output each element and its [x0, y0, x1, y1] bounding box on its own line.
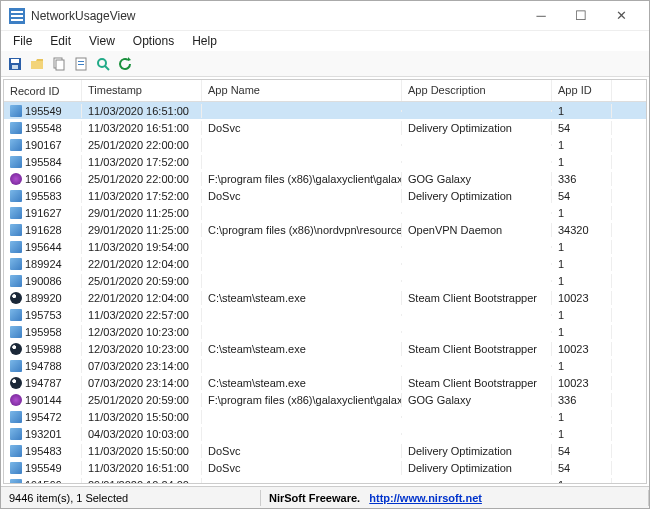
- app-icon: [9, 8, 25, 24]
- menu-file[interactable]: File: [5, 32, 40, 50]
- svg-rect-5: [11, 59, 19, 63]
- row-icon: [10, 394, 22, 406]
- cell-record-id: 195483: [25, 445, 62, 457]
- cell-app-id: 1: [552, 325, 612, 339]
- svg-marker-8: [31, 59, 43, 61]
- table-row[interactable]: 19320104/03/2020 10:03:001: [4, 425, 646, 442]
- table-row[interactable]: 19554911/03/2020 16:51:00DoSvcDelivery O…: [4, 459, 646, 476]
- menu-view[interactable]: View: [81, 32, 123, 50]
- cell-record-id: 195958: [25, 326, 62, 338]
- table-row[interactable]: 19598812/03/2020 10:23:00C:\steam\steam.…: [4, 340, 646, 357]
- col-timestamp[interactable]: Timestamp: [82, 80, 202, 101]
- table-row[interactable]: 18992022/01/2020 12:04:00C:\steam\steam.…: [4, 289, 646, 306]
- cell-app-id: 336: [552, 393, 612, 407]
- close-button[interactable]: ✕: [601, 2, 641, 30]
- table-row[interactable]: 19575311/03/2020 22:57:001: [4, 306, 646, 323]
- brand-link[interactable]: http://www.nirsoft.net: [369, 492, 482, 504]
- row-icon: [10, 360, 22, 372]
- cell-timestamp: 25/01/2020 22:00:00: [82, 138, 202, 152]
- cell-timestamp: 22/01/2020 12:04:00: [82, 291, 202, 305]
- grid-body[interactable]: 19554911/03/2020 16:51:00119554811/03/20…: [4, 102, 646, 483]
- row-icon: [10, 292, 22, 304]
- cell-timestamp: 29/01/2020 11:25:00: [82, 206, 202, 220]
- table-row[interactable]: 19016625/01/2020 22:00:00F:\program file…: [4, 170, 646, 187]
- cell-record-id: 194787: [25, 377, 62, 389]
- table-row[interactable]: 19478807/03/2020 23:14:001: [4, 357, 646, 374]
- cell-app-name: [202, 161, 402, 163]
- window-title: NetworkUsageView: [31, 9, 521, 23]
- svg-rect-6: [12, 65, 18, 69]
- table-row[interactable]: 19478707/03/2020 23:14:00C:\steam\steam.…: [4, 374, 646, 391]
- table-row[interactable]: 19547211/03/2020 15:50:001: [4, 408, 646, 425]
- minimize-button[interactable]: ─: [521, 2, 561, 30]
- maximize-button[interactable]: ☐: [561, 2, 601, 30]
- cell-record-id: 191628: [25, 224, 62, 236]
- svg-marker-16: [128, 57, 131, 61]
- table-row[interactable]: 19016725/01/2020 22:00:001: [4, 136, 646, 153]
- row-icon: [10, 190, 22, 202]
- cell-timestamp: 11/03/2020 17:52:00: [82, 189, 202, 203]
- cell-app-id: 34320: [552, 223, 612, 237]
- svg-rect-7: [31, 61, 43, 69]
- table-row[interactable]: 19014425/01/2020 20:59:00F:\program file…: [4, 391, 646, 408]
- row-icon: [10, 207, 22, 219]
- cell-app-description: [402, 314, 552, 316]
- cell-app-description: [402, 365, 552, 367]
- row-icon: [10, 122, 22, 134]
- cell-app-name: C:\steam\steam.exe: [202, 376, 402, 390]
- table-row[interactable]: 19008625/01/2020 20:59:001: [4, 272, 646, 289]
- table-row[interactable]: 19162729/01/2020 11:25:001: [4, 204, 646, 221]
- cell-record-id: 193201: [25, 428, 62, 440]
- cell-app-id: 1: [552, 410, 612, 424]
- cell-app-id: 54: [552, 444, 612, 458]
- cell-app-id: 10023: [552, 342, 612, 356]
- save-icon[interactable]: [5, 54, 25, 74]
- menu-help[interactable]: Help: [184, 32, 225, 50]
- table-row[interactable]: 19554811/03/2020 16:51:00DoSvcDelivery O…: [4, 119, 646, 136]
- cell-app-description: Delivery Optimization: [402, 189, 552, 203]
- find-icon[interactable]: [93, 54, 113, 74]
- svg-rect-13: [78, 64, 84, 65]
- cell-timestamp: 25/01/2020 22:00:00: [82, 172, 202, 186]
- cell-app-description: GOG Galaxy: [402, 393, 552, 407]
- table-row[interactable]: 19564411/03/2020 19:54:001: [4, 238, 646, 255]
- cell-timestamp: 29/01/2020 10:24:00: [82, 478, 202, 484]
- cell-app-id: 336: [552, 172, 612, 186]
- cell-record-id: 195549: [25, 462, 62, 474]
- row-icon: [10, 105, 22, 117]
- table-row[interactable]: 19162829/01/2020 11:25:00C:\program file…: [4, 221, 646, 238]
- cell-record-id: 190086: [25, 275, 62, 287]
- copy-icon[interactable]: [49, 54, 69, 74]
- open-icon[interactable]: [27, 54, 47, 74]
- col-app-id[interactable]: App ID: [552, 80, 612, 101]
- table-row[interactable]: 19548311/03/2020 15:50:00DoSvcDelivery O…: [4, 442, 646, 459]
- cell-app-description: [402, 212, 552, 214]
- cell-app-name: [202, 144, 402, 146]
- table-row[interactable]: 19156629/01/2020 10:24:001: [4, 476, 646, 483]
- refresh-icon[interactable]: [115, 54, 135, 74]
- svg-rect-3: [11, 19, 23, 21]
- cell-record-id: 195644: [25, 241, 62, 253]
- row-icon: [10, 428, 22, 440]
- cell-timestamp: 12/03/2020 10:23:00: [82, 325, 202, 339]
- row-icon: [10, 258, 22, 270]
- cell-record-id: 190167: [25, 139, 62, 151]
- menu-options[interactable]: Options: [125, 32, 182, 50]
- table-row[interactable]: 19554911/03/2020 16:51:001: [4, 102, 646, 119]
- cell-app-name: [202, 331, 402, 333]
- cell-app-id: 1: [552, 104, 612, 118]
- svg-rect-1: [11, 11, 23, 13]
- col-app-name[interactable]: App Name: [202, 80, 402, 101]
- properties-icon[interactable]: [71, 54, 91, 74]
- table-row[interactable]: 19595812/03/2020 10:23:001: [4, 323, 646, 340]
- cell-app-description: [402, 331, 552, 333]
- table-row[interactable]: 19558311/03/2020 17:52:00DoSvcDelivery O…: [4, 187, 646, 204]
- table-row[interactable]: 18992422/01/2020 12:04:001: [4, 255, 646, 272]
- row-icon: [10, 445, 22, 457]
- col-record-id[interactable]: Record ID: [4, 80, 82, 101]
- menu-bar: File Edit View Options Help: [1, 31, 649, 51]
- cell-timestamp: 11/03/2020 16:51:00: [82, 121, 202, 135]
- table-row[interactable]: 19558411/03/2020 17:52:001: [4, 153, 646, 170]
- menu-edit[interactable]: Edit: [42, 32, 79, 50]
- col-app-description[interactable]: App Description: [402, 80, 552, 101]
